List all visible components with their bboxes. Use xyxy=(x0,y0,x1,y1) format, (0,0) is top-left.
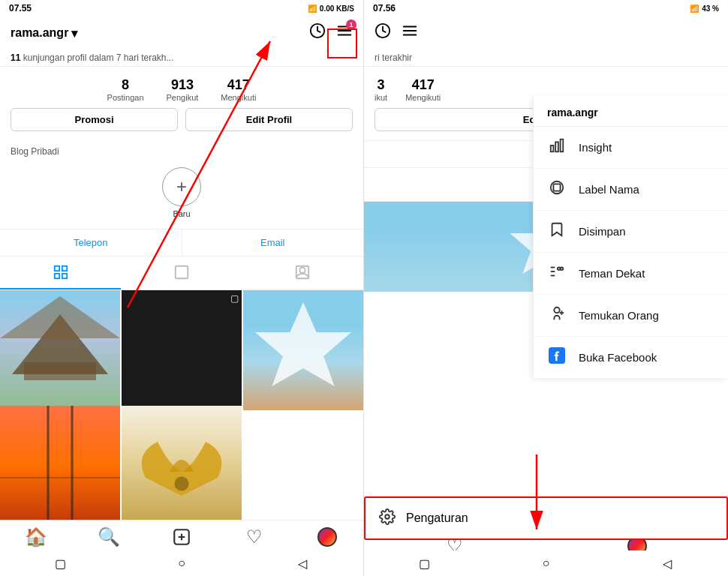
menu-item-temukan[interactable]: Temukan Orang xyxy=(534,295,728,337)
nav-home[interactable]: 🏠 xyxy=(0,526,73,548)
svg-rect-6 xyxy=(54,274,59,278)
menu-item-facebook[interactable]: Buka Facebook xyxy=(534,337,728,378)
username-1[interactable]: rama.angr ▾ xyxy=(11,26,77,40)
menu-item-label[interactable]: Label Nama xyxy=(534,169,728,211)
edit-profil-button[interactable]: Edit Profil xyxy=(185,108,353,131)
svg-rect-33 xyxy=(561,140,564,152)
battery-2: 43 % xyxy=(702,4,719,13)
phone-screen-2: 07.56 📶 43 % xyxy=(364,0,728,576)
photo-cell-2[interactable]: ▢ xyxy=(122,290,242,410)
nav-profile[interactable] xyxy=(290,526,363,548)
svg-point-34 xyxy=(551,182,564,194)
contact-buttons: Telepon Email xyxy=(0,229,363,256)
battery-text: 0.00 KB/S xyxy=(320,4,354,13)
status-icons-2: 📶 43 % xyxy=(690,4,719,13)
menu-label-facebook: Buka Facebook xyxy=(579,351,657,364)
wifi-icon: 📶 xyxy=(690,4,699,13)
nav-search[interactable]: 🔍 xyxy=(73,526,146,548)
status-time-2: 07.56 xyxy=(373,3,396,14)
pengaturan-button[interactable]: Pengaturan xyxy=(366,498,726,538)
phone-screen-1: 07.55 📶 0.00 KB/S rama.angr ▾ xyxy=(0,0,364,576)
svg-marker-14 xyxy=(255,302,351,386)
svg-rect-8 xyxy=(176,266,188,279)
tab-igtv[interactable] xyxy=(121,256,242,290)
notification-badge: 1 xyxy=(346,20,356,30)
email-button[interactable]: Email xyxy=(182,230,364,256)
stat-mengikuti: 417 Mengikuti xyxy=(221,77,256,102)
svg-point-41 xyxy=(554,308,559,313)
gear-icon xyxy=(379,508,396,528)
baru-label: Baru xyxy=(173,209,190,218)
status-time-1: 07.55 xyxy=(9,3,32,14)
svg-rect-4 xyxy=(54,266,59,271)
photo-cell-3[interactable] xyxy=(243,290,363,410)
sys-nav-1: ▢ ○ ◁ xyxy=(0,550,363,576)
blog-new-section: + Baru xyxy=(0,160,363,229)
sys-square-2[interactable]: ▢ xyxy=(417,555,433,572)
nav-heart[interactable]: ♡ xyxy=(218,526,290,548)
menu-item-disimpan[interactable]: Disimpan xyxy=(534,211,728,253)
svg-point-18 xyxy=(174,476,188,490)
menu-icon-2[interactable] xyxy=(402,22,418,44)
photo-grid: ▢ xyxy=(0,290,363,520)
label-icon xyxy=(547,179,567,200)
chevron-down-icon: ▾ xyxy=(71,26,77,40)
status-bar-2: 07.56 📶 43 % xyxy=(364,0,728,16)
nav-bar-1: rama.angr ▾ 1 xyxy=(0,16,363,50)
photo-cell-5[interactable] xyxy=(122,406,242,520)
status-icons-1: 📶 0.00 KB/S xyxy=(308,4,354,13)
menu-label-teman: Teman Dekat xyxy=(579,267,645,280)
teman-icon xyxy=(547,263,567,284)
menu-item-insight[interactable]: Insight xyxy=(534,127,728,169)
tab-grid[interactable] xyxy=(0,256,121,290)
sys-back-2[interactable]: ◁ xyxy=(659,555,675,572)
sys-circle[interactable]: ○ xyxy=(173,555,190,572)
sys-circle-2[interactable]: ○ xyxy=(537,555,554,572)
photo-cell-1[interactable] xyxy=(0,290,120,410)
bottom-nav-1: 🏠 🔍 ♡ xyxy=(0,520,363,550)
nav-add[interactable] xyxy=(146,526,218,548)
svg-point-9 xyxy=(300,268,305,273)
menu-icon[interactable]: 1 xyxy=(336,22,353,44)
pengaturan-label: Pengaturan xyxy=(406,512,468,525)
stat-partial-ikut: 3 ikut xyxy=(375,77,387,102)
menu-label-temukan: Temukan Orang xyxy=(579,309,659,322)
bookmark-icon xyxy=(547,221,567,242)
svg-point-40 xyxy=(561,268,564,271)
history-icon-2[interactable] xyxy=(375,22,391,44)
nav-icons-1: 1 xyxy=(309,22,353,44)
section-blog-label: Blog Pribadi xyxy=(0,140,363,160)
add-blog-button[interactable]: + xyxy=(162,167,201,206)
stat-postingan: 8 Postingan xyxy=(107,77,144,102)
partial-visit-bar: ri terakhir xyxy=(364,50,728,67)
menu-label-disimpan: Disimpan xyxy=(579,225,626,238)
profile-action-buttons: Promosi Edit Profil xyxy=(0,108,363,140)
svg-rect-31 xyxy=(551,146,554,152)
sys-nav-2: ▢ ○ ◁ xyxy=(364,550,728,576)
svg-marker-13 xyxy=(0,296,120,338)
history-icon[interactable] xyxy=(309,22,326,44)
svg-point-45 xyxy=(385,514,390,519)
facebook-icon xyxy=(547,347,567,368)
svg-rect-35 xyxy=(553,184,560,190)
content-tab-bar xyxy=(0,256,363,290)
photo-cell-4[interactable] xyxy=(0,406,120,520)
telepon-button[interactable]: Telepon xyxy=(0,230,182,256)
sys-back[interactable]: ◁ xyxy=(294,555,311,572)
svg-rect-5 xyxy=(62,266,66,271)
profile-stats: 8 Postingan 913 Pengikut 417 Mengikuti xyxy=(0,67,363,108)
menu-label-insight: Insight xyxy=(579,141,612,154)
promosi-button[interactable]: Promosi xyxy=(11,108,178,131)
nav-icons-left-2 xyxy=(375,22,418,44)
pengaturan-section: Pengaturan xyxy=(364,496,728,540)
insight-icon xyxy=(547,137,567,158)
nav-bar-2 xyxy=(364,16,728,50)
svg-rect-12 xyxy=(24,362,96,380)
menu-item-teman[interactable]: Teman Dekat xyxy=(534,253,728,295)
person-add-icon xyxy=(547,305,567,326)
menu-label-label: Label Nama xyxy=(579,183,639,196)
tab-tagged[interactable] xyxy=(242,256,363,290)
stat-partial-mengikuti: 417 Mengikuti xyxy=(405,77,441,102)
svg-rect-7 xyxy=(62,274,66,278)
sys-square[interactable]: ▢ xyxy=(53,555,69,572)
